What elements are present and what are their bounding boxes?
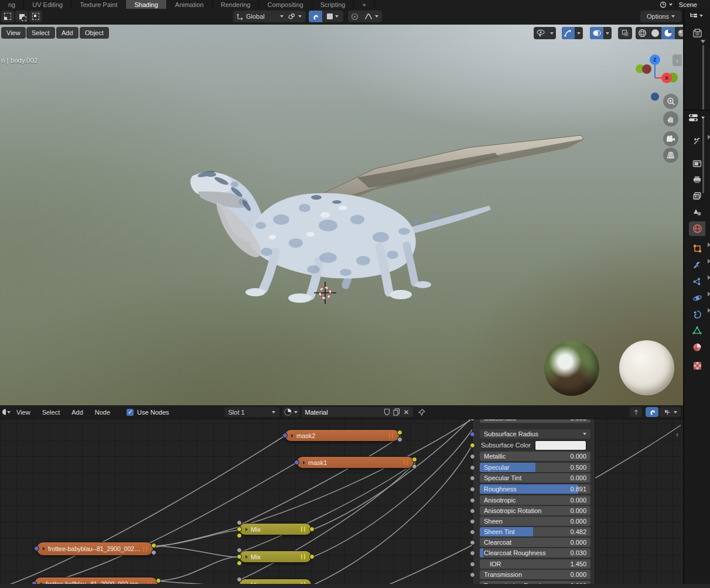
prop-specular[interactable]: Specular0.500 bbox=[480, 463, 590, 472]
scene-icon[interactable] bbox=[660, 1, 673, 8]
socket-subsurface-color[interactable] bbox=[470, 443, 475, 448]
prop-anisotropic[interactable]: Anisotropic0.000 bbox=[480, 495, 590, 505]
shading-wireframe-button[interactable] bbox=[636, 27, 649, 39]
outliner-editor-dropdown[interactable] bbox=[689, 12, 703, 20]
socket-color-output[interactable] bbox=[397, 430, 402, 435]
properties-editor-dropdown[interactable] bbox=[688, 113, 705, 122]
socket-color-output[interactable] bbox=[309, 527, 315, 532]
add-workspace-button[interactable]: + bbox=[354, 0, 374, 9]
tab-particles[interactable] bbox=[689, 274, 705, 289]
proportional-editing-toggle[interactable] bbox=[348, 11, 361, 22]
color-swatch[interactable] bbox=[535, 440, 586, 450]
camera-view-button[interactable] bbox=[663, 131, 678, 146]
tab-world[interactable] bbox=[689, 221, 705, 236]
socket-vector-input[interactable] bbox=[294, 460, 299, 465]
snap-element-dropdown[interactable] bbox=[322, 11, 343, 22]
socket-alpha-output[interactable] bbox=[412, 464, 417, 469]
socket-color-output[interactable] bbox=[156, 578, 161, 583]
tab-physics[interactable] bbox=[689, 290, 705, 305]
socket-sheen-tint[interactable] bbox=[470, 529, 475, 535]
transform-orientation-dropdown[interactable]: Global bbox=[233, 11, 287, 22]
snap-target-dropdown[interactable] bbox=[284, 11, 306, 22]
select-mode-new-button[interactable] bbox=[1, 11, 14, 22]
tab-output[interactable] bbox=[689, 172, 705, 187]
panel-collapse-arrow[interactable] bbox=[708, 259, 710, 264]
prop-roughness[interactable]: Roughness0.891 bbox=[480, 484, 590, 494]
pin-icon[interactable] bbox=[418, 408, 426, 416]
zoom-button[interactable] bbox=[663, 94, 678, 109]
socket-alpha-output[interactable] bbox=[151, 550, 156, 555]
material-name-field[interactable]: Material ✕ bbox=[302, 407, 413, 417]
socket-clearcoat-roughness[interactable] bbox=[470, 551, 475, 556]
menu-add[interactable]: Add bbox=[56, 27, 78, 39]
workspace-tab-scripting[interactable]: Scripting bbox=[312, 0, 354, 9]
proportional-falloff-dropdown[interactable] bbox=[361, 11, 382, 22]
node-mask2[interactable]: mask2 bbox=[285, 429, 400, 442]
prop-metallic[interactable]: Metallic0.000 bbox=[480, 452, 590, 461]
prop-transmission[interactable]: Transmission0.000 bbox=[480, 570, 590, 579]
shader-editor[interactable]: Subsurface0.000 Subsurface Radius Subsur… bbox=[0, 405, 683, 588]
socket-color-output[interactable] bbox=[309, 554, 315, 559]
workspace-tab-rendering[interactable]: Rendering bbox=[213, 0, 260, 9]
gizmo-axis-z[interactable]: Z bbox=[650, 54, 660, 65]
tab-render[interactable] bbox=[689, 156, 705, 170]
sidebar-expand-arrow[interactable]: ‹ bbox=[673, 54, 682, 66]
socket-sheen[interactable] bbox=[470, 519, 475, 524]
editor-type-dropdown[interactable] bbox=[0, 408, 11, 416]
menu-node[interactable]: Node bbox=[89, 409, 116, 416]
tab-object-data[interactable] bbox=[689, 323, 705, 338]
snap-toggle-button[interactable] bbox=[309, 11, 322, 22]
workspace-tab-compositing[interactable]: Compositing bbox=[260, 0, 312, 9]
gizmos-dropdown[interactable] bbox=[562, 27, 583, 39]
socket-specular-tint[interactable] bbox=[470, 476, 475, 481]
gizmo-axis-x[interactable]: X bbox=[661, 73, 672, 83]
socket-color-output[interactable] bbox=[412, 457, 417, 462]
tab-scene[interactable] bbox=[689, 205, 705, 220]
node-snap-toggle[interactable] bbox=[646, 407, 658, 417]
socket-clearcoat[interactable] bbox=[470, 540, 475, 545]
node-mix-1[interactable]: Mix bbox=[239, 523, 312, 535]
panel-collapse-arrow[interactable] bbox=[708, 292, 710, 296]
node-mask1[interactable]: mask1 bbox=[296, 456, 414, 469]
panel-collapse-arrow[interactable] bbox=[708, 242, 710, 247]
menu-object[interactable]: Object bbox=[80, 27, 109, 39]
prop-ior[interactable]: IOR1.450 bbox=[480, 559, 590, 569]
overlays-dropdown[interactable] bbox=[590, 27, 612, 39]
prop-sheen-tint[interactable]: Sheen Tint0.482 bbox=[480, 527, 590, 536]
menu-select[interactable]: Select bbox=[36, 409, 66, 416]
tab-constraints[interactable] bbox=[689, 307, 705, 322]
workspace-tab-uv-editing[interactable]: UV Editing bbox=[24, 0, 71, 9]
node-snap-element-dropdown[interactable] bbox=[660, 407, 681, 417]
prop-subsurface-radius[interactable]: Subsurface Radius bbox=[480, 429, 590, 439]
socket-fac-input[interactable] bbox=[237, 520, 242, 525]
options-dropdown[interactable]: Options bbox=[640, 11, 681, 22]
socket-vector-input[interactable] bbox=[34, 546, 39, 551]
socket-alpha-output[interactable] bbox=[397, 437, 402, 442]
socket-color1-input[interactable] bbox=[237, 554, 242, 559]
tab-object[interactable] bbox=[689, 241, 705, 256]
menu-select[interactable]: Select bbox=[26, 27, 55, 39]
socket-color2-input[interactable] bbox=[237, 560, 242, 566]
socket-color2-input[interactable] bbox=[237, 533, 242, 538]
viewport-3d[interactable]: Global Options bbox=[0, 9, 683, 405]
socket-transmission[interactable] bbox=[470, 572, 475, 577]
socket-fac-input[interactable] bbox=[237, 577, 242, 582]
socket-anisotropic-rotation[interactable] bbox=[470, 508, 475, 514]
xray-toggle[interactable] bbox=[618, 27, 632, 39]
panel-collapse-arrow[interactable] bbox=[708, 308, 710, 313]
socket-vector-input[interactable] bbox=[282, 433, 288, 438]
socket-subsurface-radius[interactable] bbox=[470, 432, 475, 437]
material-preview-sphere[interactable] bbox=[619, 340, 674, 395]
tab-modifiers[interactable] bbox=[689, 258, 705, 272]
socket-anisotropic[interactable] bbox=[470, 498, 475, 503]
socket-fac-input[interactable] bbox=[237, 548, 242, 553]
tab-tool[interactable] bbox=[689, 134, 705, 148]
select-mode-extend-button[interactable] bbox=[15, 11, 28, 22]
socket-color-output[interactable] bbox=[151, 543, 156, 548]
outliner-scrollbar[interactable] bbox=[702, 45, 704, 110]
panel-collapse-arrow[interactable] bbox=[708, 275, 710, 280]
shading-material-preview-button[interactable] bbox=[661, 27, 675, 39]
shading-solid-button[interactable] bbox=[649, 27, 661, 39]
tab-view-layer[interactable] bbox=[689, 189, 705, 203]
browse-material-dropdown[interactable] bbox=[282, 407, 300, 417]
